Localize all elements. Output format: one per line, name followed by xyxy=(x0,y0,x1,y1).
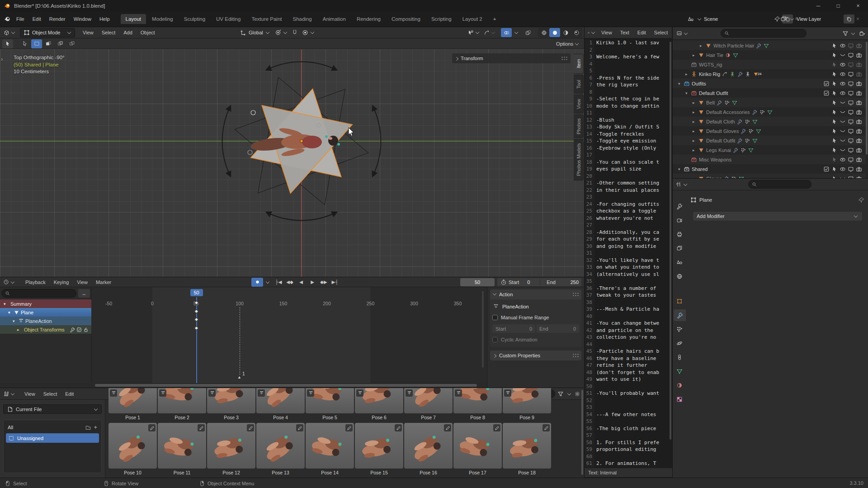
menu-file[interactable]: File xyxy=(12,16,28,22)
pose-asset-pose-9[interactable] xyxy=(503,388,551,413)
active-tool-icon[interactable] xyxy=(2,39,13,48)
outliner-row-default-cloth[interactable]: ▸Default Cloth xyxy=(673,117,866,126)
asset-source-dropdown[interactable]: Current File xyxy=(3,404,102,414)
sidebar-tab-item[interactable]: Item xyxy=(574,54,584,74)
channel-plane[interactable]: ▾Plane xyxy=(0,308,91,317)
workspace-tab-texture-paint[interactable]: Texture Paint xyxy=(246,14,287,24)
outliner-row-default-outfit[interactable]: ▾Default Outfit xyxy=(673,88,866,98)
disable-viewports-icon[interactable] xyxy=(848,43,854,49)
viewport-menu-object[interactable]: Object xyxy=(137,30,159,35)
pose-asset-pose-4[interactable] xyxy=(256,388,305,413)
orientation-chevron-icon[interactable] xyxy=(266,30,269,34)
disable-render-icon[interactable] xyxy=(856,99,862,106)
scene-chevron-icon[interactable] xyxy=(698,17,701,20)
pose-asset-pose-6[interactable] xyxy=(355,388,403,413)
workspace-tab-shading[interactable]: Shading xyxy=(288,14,317,24)
magnet-icon[interactable] xyxy=(292,29,298,36)
timeline-menu-keying[interactable]: Keying xyxy=(50,280,73,285)
select-mode-box-icon[interactable] xyxy=(31,39,42,48)
expander-icon[interactable]: ▸ xyxy=(693,138,698,143)
outliner-item-name[interactable]: Default Outfit xyxy=(706,138,735,143)
select-toggle-icon[interactable] xyxy=(831,43,838,49)
outliner-item-name[interactable]: Default Accessories xyxy=(706,109,750,115)
select-toggle-icon[interactable] xyxy=(831,109,838,115)
outliner-row-outfits[interactable]: ▾Outfits xyxy=(673,79,866,88)
pose-asset-pose-18[interactable] xyxy=(503,423,551,469)
outliner-item-name[interactable]: Kiriko Rig xyxy=(699,71,720,77)
workspace-tab-sculpting[interactable]: Sculpting xyxy=(179,14,210,24)
hide-viewport-icon[interactable] xyxy=(840,128,846,134)
disable-render-icon[interactable] xyxy=(856,71,862,77)
select-toggle-icon[interactable] xyxy=(831,147,838,153)
outliner-row-misc-weapons[interactable]: Misc Weapons xyxy=(673,155,866,164)
action-end-field[interactable]: End 0 xyxy=(536,324,579,333)
pose-asset-pose-15[interactable] xyxy=(355,423,403,469)
disable-viewports-icon[interactable] xyxy=(848,52,854,58)
hide-viewport-icon[interactable] xyxy=(840,118,846,125)
pose-asset-pose-3[interactable] xyxy=(207,388,255,413)
proportional-chevron-icon[interactable] xyxy=(311,30,314,34)
text-editor-content[interactable]: 1Kiriko 1.0 - last sav23Welcome, here's … xyxy=(585,40,672,468)
rig-control-circle[interactable] xyxy=(248,150,252,155)
next-keyframe-button[interactable]: ◆▶ xyxy=(318,278,329,287)
hide-viewport-icon[interactable] xyxy=(840,156,846,163)
outliner-row-hair-tie[interactable]: ▸Hair Tie xyxy=(673,50,866,60)
select-toggle-icon[interactable] xyxy=(831,128,838,134)
sidebar-tab-phobos[interactable]: Phobos xyxy=(574,114,584,138)
disable-viewports-icon[interactable] xyxy=(848,62,854,68)
editor-type-timeline-icon[interactable] xyxy=(2,278,17,287)
pose-asset-pose-8[interactable] xyxy=(453,388,502,413)
properties-tab-object[interactable] xyxy=(674,295,685,307)
select-mode-tweak-icon[interactable] xyxy=(19,39,30,48)
text-editor-scrollbar[interactable] xyxy=(670,42,671,440)
channel-summary[interactable]: ▾Summary xyxy=(0,299,91,308)
outliner-scrollbar[interactable] xyxy=(866,42,868,155)
disable-render-icon[interactable] xyxy=(856,52,862,58)
disable-viewports-icon[interactable] xyxy=(848,109,854,115)
disable-viewports-icon[interactable] xyxy=(848,156,854,163)
channel-expander-icon[interactable]: ▾ xyxy=(4,302,9,306)
disable-viewports-icon[interactable] xyxy=(848,71,854,77)
pose-asset-pose-14[interactable] xyxy=(306,423,354,469)
snap-target-icon[interactable] xyxy=(275,29,282,36)
keying-chevron-icon[interactable] xyxy=(266,280,269,283)
new-catalog-icon[interactable] xyxy=(85,424,91,431)
editor-type-3d-icon[interactable] xyxy=(2,28,17,37)
prev-keyframe-button[interactable]: ◀◆ xyxy=(284,278,295,287)
end-label[interactable]: End xyxy=(540,280,556,285)
workspace-tab-scripting[interactable]: Scripting xyxy=(426,14,457,24)
action-start-field[interactable]: Start 0 xyxy=(492,324,535,333)
expander-icon[interactable]: ▸ xyxy=(693,129,698,133)
properties-tab-physics[interactable] xyxy=(674,337,685,349)
disable-viewports-icon[interactable] xyxy=(848,90,854,96)
manual-frame-range-checkbox[interactable]: Manual Frame Range xyxy=(492,315,579,320)
timeline-menu-playback[interactable]: Playback xyxy=(21,280,50,285)
viewport-menu-add[interactable]: Add xyxy=(119,30,137,35)
workspace-tab-compositing[interactable]: Compositing xyxy=(387,14,425,24)
minimize-button[interactable]: ─ xyxy=(808,0,828,11)
pose-asset-pose-13[interactable] xyxy=(256,423,305,469)
sidebar-tab-view[interactable]: View xyxy=(574,95,584,114)
properties-tab-view-layer[interactable] xyxy=(674,242,685,254)
text-menu-edit[interactable]: Edit xyxy=(633,30,650,35)
hide-viewport-icon[interactable] xyxy=(840,71,846,77)
marker-label[interactable]: 1 xyxy=(242,371,245,376)
view-layer-delete-icon[interactable]: × xyxy=(856,16,859,22)
channel-expander-icon[interactable]: ▾ xyxy=(13,319,18,323)
jump-to-start-button[interactable]: ├◀ xyxy=(273,278,284,287)
expander-icon[interactable]: ▸ xyxy=(693,53,698,57)
text-menu-view[interactable]: View xyxy=(597,30,616,35)
exclude-checkbox-icon[interactable] xyxy=(823,166,830,172)
outliner-row-shared[interactable]: ▾Shared xyxy=(673,164,866,174)
outliner-row-belt[interactable]: ▸Belt xyxy=(673,98,866,107)
workspace-tab-modeling[interactable]: Modeling xyxy=(147,14,178,24)
hide-viewport-icon[interactable] xyxy=(840,166,846,172)
view-layer-chevron-icon[interactable] xyxy=(790,17,794,20)
auto-keying-button[interactable] xyxy=(251,278,263,287)
transform-orientation-icon[interactable] xyxy=(240,29,246,36)
outliner-row-default-gloves[interactable]: ▸Default Gloves xyxy=(673,126,866,136)
properties-tab-modifiers[interactable] xyxy=(674,309,686,321)
outliner-row-kiriko-rig[interactable]: ▸Kiriko Rig24 xyxy=(673,69,866,79)
add-catalog-icon[interactable]: + xyxy=(94,424,97,431)
end-value[interactable]: 250 xyxy=(571,280,579,285)
